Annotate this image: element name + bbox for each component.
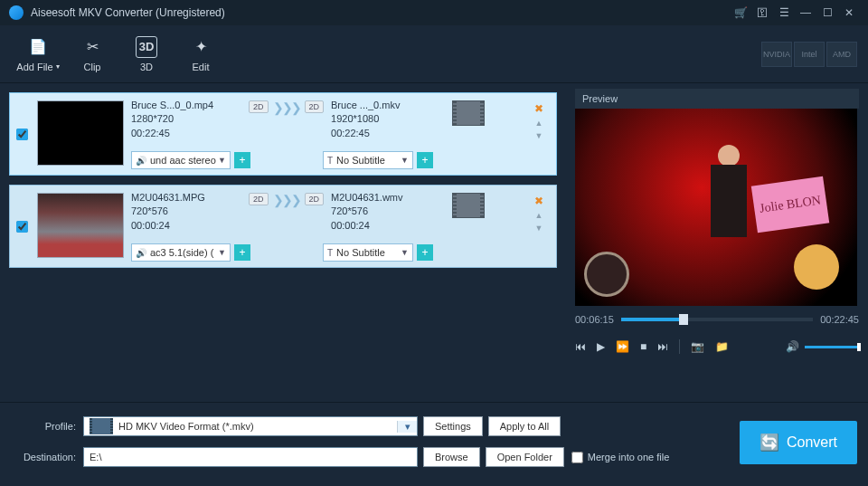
- dest-resolution: 720*576: [331, 205, 448, 218]
- window-title: Aiseesoft MKV Converter (Unregistered): [31, 6, 729, 19]
- move-down-icon[interactable]: ▼: [535, 131, 543, 140]
- main-area: Bruce S...0_0.mp4 1280*720 00:22:45 2D ❯…: [0, 83, 868, 402]
- profile-value: HD MKV Video Format (*.mkv): [118, 421, 397, 432]
- preview-panel: Preview Jolie BLON 00:06:15 00:22:45 ⏮ ▶…: [566, 83, 868, 402]
- cart-icon[interactable]: 🛒: [731, 3, 750, 23]
- chevron-down-icon: ▼: [218, 248, 226, 257]
- file-checkbox[interactable]: [16, 129, 28, 140]
- audio-track-dropdown[interactable]: 🔊 ac3 5.1(side) ( ▼: [131, 243, 231, 262]
- preview-video[interactable]: Jolie BLON: [575, 109, 857, 306]
- next-icon[interactable]: ⏭: [657, 340, 668, 353]
- merge-checkbox-input[interactable]: [571, 452, 583, 463]
- merge-checkbox[interactable]: Merge into one file: [571, 452, 670, 463]
- seek-slider[interactable]: [621, 318, 813, 321]
- scissors-icon: ✂: [87, 36, 99, 58]
- source-filename: Bruce S...0_0.mp4: [131, 99, 249, 112]
- move-down-icon[interactable]: ▼: [535, 224, 543, 233]
- preview-controls: ⏮ ▶ ⏩ ■ ⏭ 📷 📁 🔊: [575, 333, 859, 360]
- dest-dimension-badge: 2D: [305, 193, 325, 205]
- audio-track-dropdown[interactable]: 🔊 und aac stereo ▼: [131, 151, 231, 169]
- source-resolution: 1280*720: [131, 112, 249, 126]
- format-icon[interactable]: [452, 100, 485, 126]
- apply-to-all-button[interactable]: Apply to All: [488, 416, 561, 436]
- dest-meta: Bruce ..._0.mkv 1920*1080 00:22:45: [331, 99, 448, 140]
- audio-value: und aac stereo: [150, 155, 218, 166]
- stop-icon[interactable]: ■: [640, 340, 646, 353]
- menu-icon[interactable]: ☰: [774, 3, 794, 23]
- destination-input[interactable]: E:\: [83, 447, 418, 467]
- gpu-intel: Intel: [794, 42, 825, 67]
- profile-label: Profile:: [11, 421, 83, 432]
- subtitle-value: No Subtitle: [336, 155, 401, 166]
- remove-file-icon[interactable]: ✖: [534, 195, 543, 207]
- preview-timeline: 00:06:15 00:22:45: [575, 306, 859, 333]
- minimize-icon[interactable]: —: [796, 3, 816, 23]
- file-card[interactable]: Bruce S...0_0.mp4 1280*720 00:22:45 2D ❯…: [9, 92, 557, 176]
- clip-label: Clip: [84, 62, 101, 72]
- settings-button[interactable]: Settings: [423, 416, 483, 436]
- dest-dimension-badge: 2D: [305, 100, 325, 113]
- add-subtitle-button[interactable]: +: [417, 244, 433, 261]
- subtitle-dropdown[interactable]: T No Subtitle ▼: [323, 243, 413, 262]
- total-time: 00:22:45: [820, 314, 859, 325]
- dest-duration: 00:00:24: [331, 219, 448, 233]
- volume-slider[interactable]: [805, 346, 859, 348]
- file-checkbox[interactable]: [16, 221, 28, 233]
- dest-meta: M2U04631.wmv 720*576 00:00:24: [331, 191, 448, 233]
- edit-button[interactable]: ✦ Edit: [174, 36, 228, 72]
- file-thumbnail: [37, 193, 124, 258]
- browse-button[interactable]: Browse: [423, 447, 480, 467]
- add-audio-button[interactable]: +: [234, 152, 250, 168]
- clip-button[interactable]: ✂ Clip: [65, 36, 119, 72]
- file-list: Bruce S...0_0.mp4 1280*720 00:22:45 2D ❯…: [0, 83, 566, 402]
- add-file-icon: 📄: [29, 36, 47, 58]
- convert-label: Convert: [787, 434, 837, 451]
- app-logo-icon: [9, 5, 24, 20]
- volume-icon[interactable]: 🔊: [786, 340, 799, 353]
- speaker-icon: 🔊: [136, 248, 146, 258]
- add-audio-button[interactable]: +: [234, 244, 250, 261]
- snapshot-icon[interactable]: 📷: [691, 340, 704, 353]
- source-dimension-badge: 2D: [249, 100, 269, 113]
- dest-filename: M2U04631.wmv: [331, 191, 448, 205]
- gpu-nvidia: NVIDIA: [761, 42, 792, 67]
- destination-value: E:\: [90, 452, 101, 462]
- add-file-label: Add File: [16, 62, 52, 72]
- prev-icon[interactable]: ⏮: [575, 340, 586, 353]
- film-icon: [90, 418, 113, 434]
- gpu-chips: NVIDIA Intel AMD: [761, 42, 857, 67]
- folder-icon[interactable]: 📁: [715, 340, 729, 353]
- chevron-down-icon: ▾: [397, 421, 417, 433]
- current-time: 00:06:15: [575, 314, 614, 325]
- merge-label: Merge into one file: [588, 452, 670, 462]
- toolbar: 📄 Add File▾ ✂ Clip 3D 3D ✦ Edit NVIDIA I…: [0, 25, 868, 83]
- source-filename: M2U04631.MPG: [131, 191, 249, 205]
- subtitle-value: No Subtitle: [336, 247, 401, 258]
- remove-file-icon[interactable]: ✖: [534, 102, 543, 115]
- move-up-icon[interactable]: ▲: [535, 211, 543, 220]
- chevron-down-icon: ▼: [218, 156, 226, 165]
- subtitle-dropdown[interactable]: T No Subtitle ▼: [323, 151, 413, 169]
- file-card[interactable]: M2U04631.MPG 720*576 00:00:24 2D ❯❯❯ 2D …: [9, 185, 557, 268]
- move-up-icon[interactable]: ▲: [535, 119, 543, 128]
- play-icon[interactable]: ▶: [597, 340, 605, 353]
- open-folder-button[interactable]: Open Folder: [486, 447, 564, 467]
- format-icon[interactable]: [452, 193, 485, 218]
- add-subtitle-button[interactable]: +: [417, 152, 433, 168]
- add-file-button[interactable]: 📄 Add File▾: [11, 36, 65, 72]
- close-icon[interactable]: ✕: [839, 3, 859, 23]
- maximize-icon[interactable]: ☐: [817, 3, 837, 23]
- profile-dropdown[interactable]: HD MKV Video Format (*.mkv) ▾: [83, 416, 418, 436]
- chevron-down-icon: ▼: [401, 248, 409, 257]
- file-thumbnail: [37, 100, 124, 166]
- preview-header: Preview: [575, 89, 859, 109]
- chevron-down-icon: ▾: [56, 62, 60, 71]
- dest-duration: 00:22:45: [331, 127, 448, 140]
- key-icon[interactable]: ⚿: [752, 3, 772, 23]
- arrow-icon: ❯❯❯: [269, 99, 305, 115]
- fast-forward-icon[interactable]: ⏩: [616, 340, 629, 353]
- 3d-button[interactable]: 3D 3D: [119, 36, 174, 72]
- convert-button[interactable]: 🔄 Convert: [740, 421, 857, 464]
- preview-sign: Jolie BLON: [751, 176, 829, 233]
- source-dimension-badge: 2D: [249, 193, 269, 205]
